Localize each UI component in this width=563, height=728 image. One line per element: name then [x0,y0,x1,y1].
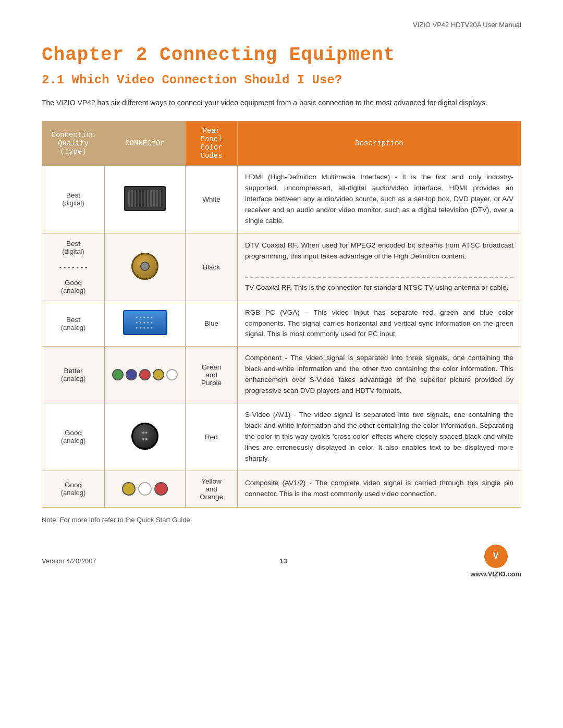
header-connector: CONNECtOr [105,121,186,166]
hdmi-connector-icon [124,186,166,211]
table-row: Good(analog) YellowandOrange Composite (… [42,471,521,507]
comp-circle-blue [126,369,137,380]
note-text: Note: For more info refer to the Quick S… [42,516,521,524]
header-color: RearPanelColorCodes [186,121,238,166]
description-cell: DTV Coaxial RF. When used for MPEG2 enco… [238,233,521,301]
header-quality: ConnectionQuality (type) [42,121,105,166]
header-description: Description [238,121,521,166]
quality-cell: Best(analog) [42,301,105,347]
connection-table: ConnectionQuality (type) CONNECtOr RearP… [42,121,521,508]
color-cell: Black [186,233,238,301]
footer: Version 4/20/2007 13 V www.VIZIO.com [42,539,521,578]
manual-title: VIZIO VP42 HDTV20A User Manual [42,21,521,29]
color-cell: Red [186,403,238,471]
footer-page: 13 [279,557,287,565]
color-cell: YellowandOrange [186,471,238,507]
quality-cell: Best(digital)- - - - - - -Good(analog) [42,233,105,301]
description-cell: RGB PC (VGA) – This video input has sepa… [238,301,521,347]
page: VIZIO VP42 HDTV20A User Manual Chapter 2… [0,0,563,728]
connector-cell [105,347,186,403]
comp-circle-yellow [153,369,164,380]
description-cell: Component - The video signal is separate… [238,347,521,403]
vizio-logo: V [484,545,508,568]
quality-cell: Good(analog) [42,403,105,471]
table-row: Best(digital) White HDMI (High-Definitio… [42,166,521,233]
comp-circle-white [138,482,152,496]
table-row: Good(analog) Red S-Video (AV1) - The vid… [42,403,521,471]
comp-circle-red [154,482,168,496]
footer-url: www.VIZIO.com [470,570,521,578]
description-cell: HDMI (High-Definition Multimedia Interfa… [238,166,521,233]
connector-cell [105,166,186,233]
connector-cell [105,403,186,471]
quality-cell: Better(analog) [42,347,105,403]
intro-text: The VIZIO VP42 has six different ways to… [42,97,521,108]
chapter-title: Chapter 2 Connecting Equipment [42,44,521,66]
section-title: 2.1 Which Video Connection Should I Use? [42,73,521,87]
table-row: Best(digital)- - - - - - -Good(analog) B… [42,233,521,301]
color-cell: Blue [186,301,238,347]
connector-cell [105,233,186,301]
description-cell: Composite (AV1/2) - The complete video s… [238,471,521,507]
table-row: Better(analog) GreenandPurple Component … [42,347,521,403]
table-row: Best(analog) Blue RGB PC (VGA) – This vi… [42,301,521,347]
comp-circle-yellow [122,482,136,496]
color-cell: GreenandPurple [186,347,238,403]
color-cell: White [186,166,238,233]
comp-circle-white [166,369,178,380]
comp-circle-red [139,369,151,380]
footer-version: Version 4/20/2007 [42,557,96,565]
quality-cell: Best(digital) [42,166,105,233]
connector-cell [105,301,186,347]
description-cell: S-Video (AV1) - The video signal is sepa… [238,403,521,471]
footer-right: V www.VIZIO.com [470,545,521,578]
composite-connector-icon [112,482,178,496]
component-connector-icon [112,369,178,380]
svideo-connector-icon [131,423,158,450]
coax-connector-icon [131,253,158,280]
quality-cell: Good(analog) [42,471,105,507]
connector-cell [105,471,186,507]
vga-connector-icon [123,310,167,335]
comp-circle-green [112,369,124,380]
